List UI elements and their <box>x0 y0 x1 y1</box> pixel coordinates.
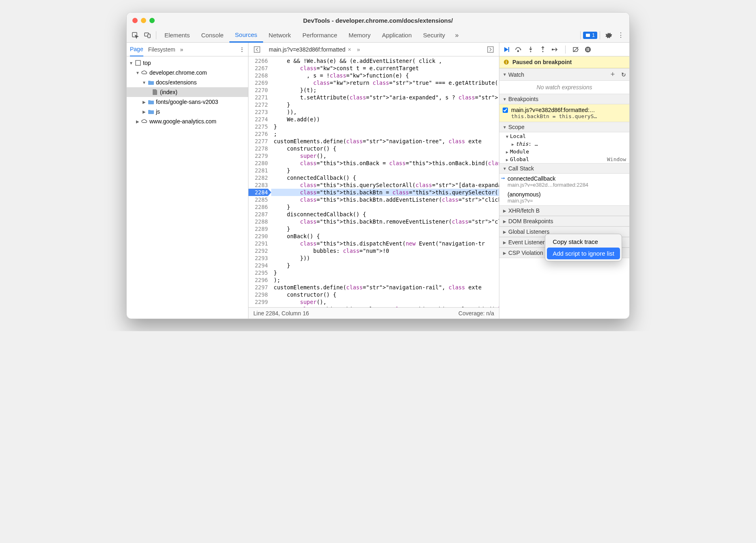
svg-rect-3 <box>586 34 590 37</box>
line-gutter: 2266226722682269227022712272227322742275… <box>248 56 271 307</box>
frame-icon <box>135 60 141 66</box>
issues-count: 1 <box>592 32 595 38</box>
main-toolbar: Elements Console Sources Network Perform… <box>127 28 629 43</box>
tab-network[interactable]: Network <box>263 28 297 43</box>
devtools-window: DevTools - developer.chrome.com/docs/ext… <box>126 12 630 319</box>
svg-point-10 <box>542 51 544 52</box>
add-watch-icon[interactable]: + <box>611 70 615 79</box>
tree-folder-fonts[interactable]: ▶fonts/google-sans-v2003 <box>127 97 248 107</box>
breakpoint-label: main.js?v=e382d86f:formatted:… <box>511 107 626 113</box>
scope-module[interactable]: ▶Module <box>499 148 629 155</box>
code-editor[interactable]: 2266226722682269227022712272227322742275… <box>248 56 499 307</box>
svg-point-11 <box>552 49 553 50</box>
nav-forward-icon[interactable] <box>484 43 497 56</box>
breakpoint-checkbox[interactable] <box>503 108 508 113</box>
settings-icon[interactable] <box>603 29 615 41</box>
navigator-tab-filesystem[interactable]: Filesystem <box>148 43 175 56</box>
section-callstack[interactable]: ▼Call Stack <box>499 163 629 174</box>
debugger-toolbar <box>499 43 629 56</box>
svg-rect-5 <box>254 47 260 52</box>
svg-rect-4 <box>136 60 140 65</box>
callframe-0[interactable]: connectedCallback main.js?v=e382d…format… <box>499 174 629 190</box>
folder-icon <box>148 99 154 105</box>
tab-elements[interactable]: Elements <box>159 28 196 43</box>
tab-sources[interactable]: Sources <box>229 28 263 43</box>
section-watch[interactable]: ▼Watch+ ↻ <box>499 68 629 81</box>
scope-global[interactable]: ▶GlobalWindow <box>499 155 629 163</box>
tab-application[interactable]: Application <box>376 28 417 43</box>
cloud-icon <box>141 69 148 76</box>
editor-tabbar: main.js?v=e382d86f:formatted × » <box>248 43 499 56</box>
file-tree: ▼top ▼developer.chrome.com ▼docs/extensi… <box>127 56 248 319</box>
svg-text:i: i <box>506 60 507 65</box>
nav-back-icon[interactable] <box>251 43 263 56</box>
svg-rect-14 <box>588 48 589 51</box>
issues-badge[interactable]: 1 <box>583 32 597 39</box>
tree-analytics[interactable]: ▶www.google-analytics.com <box>127 116 248 126</box>
tab-security[interactable]: Security <box>417 28 451 43</box>
callframe-1[interactable]: (anonymous) main.js?v= <box>499 190 629 205</box>
svg-rect-7 <box>508 47 509 52</box>
editor-panel: main.js?v=e382d86f:formatted × » 2266226… <box>248 43 499 319</box>
tab-console[interactable]: Console <box>196 28 229 43</box>
breakpoint-item[interactable]: main.js?v=e382d86f:formatted:… this.back… <box>499 104 629 122</box>
inspect-element-icon[interactable] <box>129 29 141 41</box>
folder-icon <box>148 108 154 115</box>
tab-performance[interactable]: Performance <box>297 28 343 43</box>
tree-domain[interactable]: ▼developer.chrome.com <box>127 68 248 78</box>
pause-exceptions-icon[interactable] <box>583 45 592 54</box>
info-icon: i <box>503 59 509 65</box>
code-area[interactable]: e && !We.has(e) && (e.addEventListener( … <box>271 56 499 307</box>
refresh-watch-icon[interactable]: ↻ <box>621 71 626 78</box>
breakpoint-source: this.backBtn = this.queryS… <box>511 113 626 119</box>
tree-folder-js[interactable]: ▶js <box>127 107 248 116</box>
section-scope[interactable]: ▼Scope <box>499 122 629 132</box>
step-out-icon[interactable] <box>538 45 547 54</box>
section-breakpoints[interactable]: ▼Breakpoints <box>499 94 629 104</box>
editor-statusbar: Line 2284, Column 16 Coverage: n/a <box>248 307 499 319</box>
step-into-icon[interactable] <box>526 45 535 54</box>
device-toggle-icon[interactable] <box>141 29 153 41</box>
tab-memory[interactable]: Memory <box>343 28 376 43</box>
cursor-position: Line 2284, Column 16 <box>253 310 309 317</box>
close-tab-icon[interactable]: × <box>348 46 351 53</box>
section-xhr[interactable]: ▶XHR/fetch B <box>499 205 629 216</box>
tree-folder-docs[interactable]: ▼docs/extensions <box>127 78 248 87</box>
more-tabs-icon[interactable]: » <box>451 29 463 41</box>
tree-file-index[interactable]: (index) <box>127 87 248 97</box>
resume-icon[interactable] <box>502 45 511 54</box>
editor-tab-label: main.js?v=e382d86f:formatted <box>269 46 346 53</box>
window-title: DevTools - developer.chrome.com/docs/ext… <box>127 17 629 24</box>
svg-rect-13 <box>587 48 588 51</box>
svg-point-9 <box>530 51 531 52</box>
ctx-add-ignore-list[interactable]: Add script to ignore list <box>547 248 620 259</box>
svg-rect-6 <box>488 47 493 52</box>
svg-point-12 <box>585 47 591 52</box>
titlebar: DevTools - developer.chrome.com/docs/ext… <box>127 13 629 28</box>
section-dom-bp[interactable]: ▶DOM Breakpoints <box>499 216 629 226</box>
pause-banner: i Paused on breakpoint <box>499 56 629 68</box>
more-tabs-icon[interactable]: » <box>357 46 360 53</box>
document-icon <box>152 89 158 95</box>
navigator-kebab-icon[interactable]: ⋮ <box>239 46 245 53</box>
cloud-icon <box>141 118 148 125</box>
editor-tab[interactable]: main.js?v=e382d86f:formatted × <box>266 43 354 56</box>
tree-top[interactable]: ▼top <box>127 58 248 68</box>
watch-empty-text: No watch expressions <box>499 81 629 94</box>
debugger-panel: i Paused on breakpoint ▼Watch+ ↻ No watc… <box>499 43 629 319</box>
navigator-panel: Page Filesystem » ⋮ ▼top ▼developer.chro… <box>127 43 248 319</box>
deactivate-breakpoints-icon[interactable] <box>571 45 580 54</box>
coverage-status: Coverage: n/a <box>458 310 494 317</box>
navigator-tab-page[interactable]: Page <box>130 43 143 56</box>
context-menu: Copy stack trace Add script to ignore li… <box>545 234 622 261</box>
kebab-menu-icon[interactable]: ⋮ <box>615 29 627 41</box>
svg-rect-2 <box>148 34 150 38</box>
step-icon[interactable] <box>551 45 559 54</box>
navigator-more-icon[interactable]: » <box>180 43 184 56</box>
folder-icon <box>148 79 154 86</box>
ctx-copy-stack-trace[interactable]: Copy stack trace <box>547 236 620 248</box>
svg-point-8 <box>518 50 519 52</box>
step-over-icon[interactable] <box>514 45 523 54</box>
scope-local[interactable]: ▼Local <box>499 132 629 140</box>
scope-this[interactable]: ▶this: … <box>499 140 629 148</box>
